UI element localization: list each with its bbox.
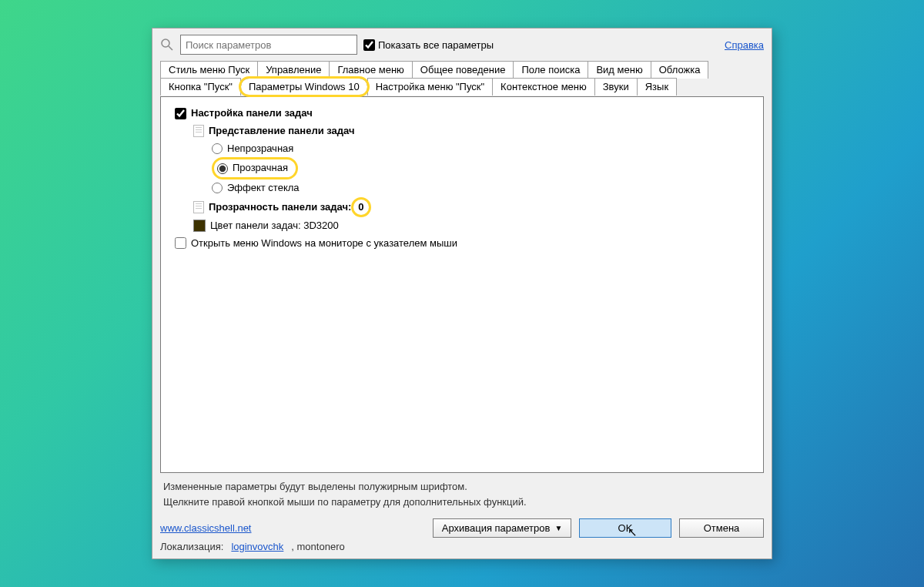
document-icon (193, 125, 204, 137)
taskbar-opacity[interactable]: Прозрачность панели задач: 0 (175, 197, 755, 217)
help-link[interactable]: Справка (725, 39, 764, 51)
color-swatch-icon (193, 220, 206, 232)
open-on-monitor-label: Открыть меню Windows на мониторе с указа… (191, 235, 457, 253)
search-icon (160, 38, 174, 52)
show-all-label: Показать все параметры (378, 39, 494, 51)
tab-windows10-settings[interactable]: Параметры Windows 10 (240, 78, 368, 96)
tab-menu-look[interactable]: Вид меню (588, 61, 651, 79)
tab-controls[interactable]: Управление (257, 61, 330, 79)
tab-start-button[interactable]: Кнопка "Пуск" (160, 78, 241, 96)
svg-line-1 (169, 46, 172, 50)
taskbar-setup-checkbox[interactable]: Настройка панели задач (175, 105, 755, 122)
ok-button-label: OK (618, 522, 633, 534)
tab-sounds[interactable]: Звуки (594, 78, 638, 96)
radio-opaque-label: Непрозрачная (227, 140, 293, 158)
taskbar-color-label: Цвет панели задач: 3D3200 (210, 217, 339, 235)
svg-point-0 (162, 39, 169, 47)
tab-customize-start[interactable]: Настройка меню "Пуск" (367, 78, 493, 96)
top-row: Показать все параметры Справка (160, 35, 764, 55)
taskbar-view-label: Представление панели задач (209, 122, 355, 140)
tabs-row1: Стиль меню Пуск Управление Главное меню … (160, 61, 764, 78)
radio-transparent[interactable]: Прозрачная (212, 157, 298, 179)
backup-button-label: Архивация параметров (442, 522, 551, 534)
tab-context-menu[interactable]: Контекстное меню (492, 78, 595, 96)
site-link[interactable]: www.classicshell.net (160, 522, 252, 534)
settings-content: Настройка панели задач Представление пан… (160, 96, 764, 473)
search-input[interactable] (180, 35, 357, 55)
backup-button[interactable]: Архивация параметров ▼ (433, 518, 571, 538)
taskbar-opacity-value: 0 (351, 197, 371, 217)
hint-text: Измененные параметры будут выделены полу… (160, 473, 764, 512)
settings-dialog: Показать все параметры Справка Стиль мен… (152, 28, 772, 559)
cancel-button-label: Отмена (704, 522, 740, 534)
radio-opaque[interactable]: Непрозрачная (175, 140, 755, 158)
hint-line2: Щелкните правой кнопкой мыши по параметр… (163, 495, 761, 510)
localization-label: Локализация: (160, 541, 223, 552)
taskbar-setup-label: Настройка панели задач (191, 105, 313, 122)
tabs-row2: Кнопка "Пуск" Параметры Windows 10 Настр… (160, 78, 764, 95)
cancel-button[interactable]: Отмена (679, 518, 764, 538)
chevron-down-icon: ▼ (554, 524, 562, 532)
tab-search-box[interactable]: Поле поиска (513, 61, 588, 79)
tab-general-behavior[interactable]: Общее поведение (412, 61, 514, 79)
ok-button[interactable]: OK ↖ (579, 518, 671, 538)
radio-transparent-label: Прозрачная (233, 159, 288, 177)
document-icon (193, 201, 204, 213)
tab-main-menu[interactable]: Главное меню (329, 61, 412, 79)
localization-author-link[interactable]: loginvovchk (231, 541, 283, 552)
open-on-monitor-checkbox[interactable]: Открыть меню Windows на мониторе с указа… (175, 235, 755, 253)
taskbar-opacity-label: Прозрачность панели задач: 0 (209, 197, 371, 217)
tab-startmenu-style[interactable]: Стиль меню Пуск (160, 61, 258, 79)
tab-skin[interactable]: Обложка (651, 61, 709, 79)
radio-transparent-row: Прозрачная (175, 157, 755, 179)
localization-author2: , montonero (291, 541, 344, 552)
taskbar-color[interactable]: Цвет панели задач: 3D3200 (175, 217, 755, 235)
radio-glass[interactable]: Эффект стекла (175, 179, 755, 197)
radio-glass-label: Эффект стекла (227, 179, 300, 197)
taskbar-view-group: Представление панели задач (175, 122, 755, 140)
tab-language[interactable]: Язык (637, 78, 677, 96)
dialog-footer: www.classicshell.net Архивация параметро… (160, 512, 764, 552)
hint-line1: Измененные параметры будут выделены полу… (163, 479, 761, 495)
show-all-checkbox[interactable]: Показать все параметры (363, 39, 494, 51)
